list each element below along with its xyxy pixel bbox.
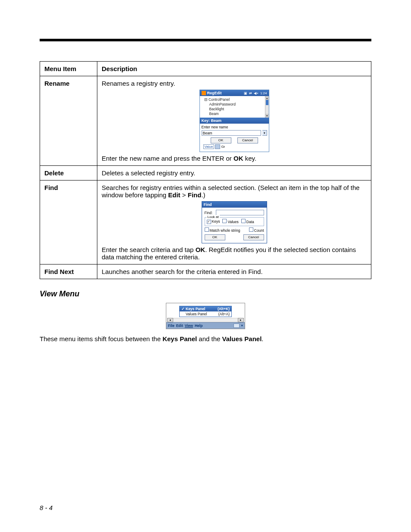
app-icon (202, 91, 206, 95)
menu-item-delete: Delete (40, 166, 97, 180)
find-label: Find: (205, 211, 216, 215)
table-row: Delete Deletes a selected registry entry… (40, 166, 371, 180)
rename-after-text: Enter the new name and press the ENTER o… (102, 155, 367, 162)
clock: 1:24 (260, 91, 267, 95)
view-menu-screenshot: ✓ Keys Panel (Alt+K) Values Panel (Alt+A… (40, 303, 371, 329)
signal-icon: ⇄ (249, 91, 252, 95)
volume-icon: ◀× (254, 91, 258, 95)
keys-checkbox[interactable]: ✓ (207, 220, 211, 224)
scroll-left-icon[interactable]: ◂ (167, 318, 173, 322)
menubar-view[interactable]: View (185, 324, 193, 328)
key-header-bar: Key: Beam (200, 118, 269, 124)
match-checkbox[interactable] (205, 227, 209, 232)
menu-item-findnext: Find Next (40, 264, 97, 279)
table-header-row: Menu Item Description (40, 62, 371, 76)
values-checkbox[interactable] (222, 219, 227, 223)
view-menu-item-keys-panel[interactable]: ✓ Keys Panel (Alt+K) (180, 306, 231, 311)
find-dialog: Find Find: Look at ✓Keys (202, 201, 267, 243)
table-row: Rename Renames a registry entry. RegEdit… (40, 76, 371, 166)
scroll-track[interactable] (173, 318, 238, 322)
regedit-rename-screenshot: RegEdit ▣ ⇄ ◀× 1:24 ⊟ ControlPa (102, 90, 367, 152)
menu-item-find: Find (40, 180, 97, 264)
col-header-menu-item: Menu Item (40, 62, 97, 76)
count-checkbox[interactable] (249, 227, 253, 232)
menubar-edit[interactable]: Edit (176, 324, 183, 328)
view-menu-window: ✓ Keys Panel (Alt+K) Values Panel (Alt+A… (166, 303, 245, 329)
view-menu-item-values-panel[interactable]: Values Panel (Alt+A) (180, 311, 231, 317)
menubar-help[interactable]: Help (195, 324, 202, 328)
menu-item-label: Values Panel (186, 312, 216, 316)
menu-item-label: Keys Panel (186, 307, 215, 311)
desc-findnext: Launches another search for the criteria… (97, 264, 371, 279)
sip-icon[interactable] (215, 144, 220, 149)
horizontal-scrollbar[interactable]: ◂ ▸ (167, 318, 244, 322)
page-number: 8 - 4 (40, 504, 53, 511)
cancel-button[interactable]: Cancel (237, 137, 258, 143)
menu-item-shortcut: (Alt+A) (216, 312, 230, 316)
tree-node: Backlight (202, 107, 268, 112)
menu-item-shortcut: (Alt+K) (215, 307, 230, 311)
tree-node-root: ⊟ ControlPanel (202, 97, 268, 102)
view-menu-heading: View Menu (40, 289, 371, 299)
scroll-up-icon[interactable]: ▴ (265, 96, 269, 100)
desc-rename: Renames a registry entry. RegEdit ▣ ⇄ ◀× (97, 76, 371, 166)
regedit-titlebar: RegEdit ▣ ⇄ ◀× 1:24 (200, 90, 269, 96)
regedit-title-text: RegEdit (207, 91, 222, 95)
find-input[interactable] (216, 210, 264, 215)
view-menu-popup: ✓ Keys Panel (Alt+K) Values Panel (Alt+A… (179, 306, 232, 317)
tree-node: AdminPassword (202, 102, 268, 107)
keys-checkbox-label: Keys (212, 219, 220, 224)
dropdown-arrow-icon[interactable]: ▾ (262, 130, 267, 136)
view-menu-description: These menu items shift focus between the… (40, 335, 371, 342)
sip-arrow-icon[interactable]: ▾ (241, 324, 243, 327)
tree-scrollbar[interactable]: ▴ ▾ (265, 96, 269, 118)
find-after-text: Enter the search criteria and tap OK. Re… (102, 246, 367, 261)
desc-find: Searches for registry entries within a s… (97, 180, 371, 264)
registry-tree: ⊟ ControlPanel AdminPassword Backlight B… (200, 96, 269, 118)
col-header-description: Description (97, 62, 371, 76)
value-tag: Value (203, 144, 215, 149)
scroll-right-icon[interactable]: ▸ (238, 318, 244, 322)
system-tray: ▣ ⇄ ◀× 1:24 (244, 91, 267, 95)
regedit-window: RegEdit ▣ ⇄ ◀× 1:24 ⊟ ControlPa (199, 90, 269, 152)
values-checkbox-label: Values (227, 220, 238, 224)
rename-field-label: Enter new name (202, 125, 267, 129)
menubar-file[interactable]: File (168, 324, 174, 328)
rename-input[interactable]: Beam (202, 130, 261, 136)
tree-node: Beam (202, 112, 268, 116)
top-rule (40, 39, 371, 41)
table-row: Find Next Launches another search for th… (40, 264, 371, 279)
find-dialog-screenshot: Find Find: Look at ✓Keys (102, 201, 367, 243)
check-icon: ✓ (181, 307, 186, 311)
ok-button[interactable]: OK (211, 137, 231, 143)
scroll-down-icon[interactable]: ▾ (265, 114, 269, 118)
menu-bar: File Edit View Help ▾ (166, 322, 245, 329)
menu-item-rename: Rename (40, 76, 97, 166)
match-checkbox-label: Match whole string (210, 228, 240, 233)
find-cancel-button[interactable]: Cancel (243, 234, 264, 240)
check-placeholder (181, 312, 186, 316)
page: Menu Item Description Rename Renames a r… (0, 0, 411, 532)
scroll-thumb[interactable] (266, 100, 268, 105)
data-checkbox[interactable] (241, 219, 246, 223)
find-titlebar: Find (202, 202, 267, 208)
find-before-text: Searches for registry entries within a s… (102, 184, 367, 199)
find-ok-button[interactable]: OK (205, 234, 225, 240)
battery-icon: ▣ (244, 91, 247, 95)
table-row: Find Searches for registry entries withi… (40, 180, 371, 264)
sip-icon[interactable] (234, 324, 240, 328)
desc-delete: Deletes a selected registry entry. (97, 166, 371, 180)
menu-description-table: Menu Item Description Rename Renames a r… (40, 61, 371, 279)
rename-form: Enter new name Beam ▾ OK Cancel (200, 124, 269, 152)
rename-before-text: Renames a registry entry. (102, 80, 367, 87)
count-checkbox-label: Count (254, 228, 264, 233)
lookat-legend: Look at (207, 215, 220, 219)
data-checkbox-label: Data (246, 220, 254, 224)
gr-label: Gr (221, 145, 225, 149)
lookat-fieldset: Look at ✓Keys Values Data (205, 217, 264, 226)
